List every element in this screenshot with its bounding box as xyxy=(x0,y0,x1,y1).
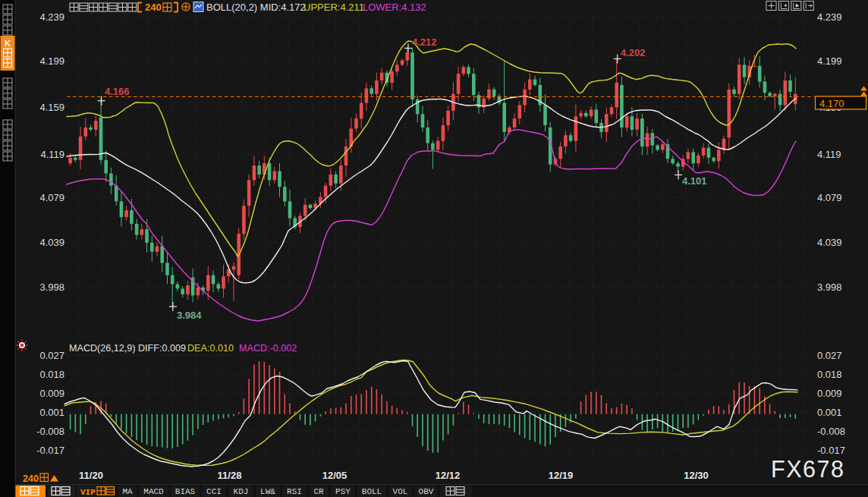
svg-text:12/30: 12/30 xyxy=(684,470,709,481)
svg-text:K: K xyxy=(5,39,11,48)
svg-text:FX678: FX678 xyxy=(771,456,844,482)
svg-text:12/05: 12/05 xyxy=(322,470,348,481)
svg-text:MA: MA xyxy=(122,487,133,496)
svg-text:LOWER:4.132: LOWER:4.132 xyxy=(363,2,426,13)
svg-text:KDJ: KDJ xyxy=(234,487,249,496)
svg-text:3.998: 3.998 xyxy=(817,282,842,293)
svg-text:4.212: 4.212 xyxy=(412,36,437,48)
svg-text:4.039: 4.039 xyxy=(39,237,64,248)
svg-text:240: 240 xyxy=(145,2,162,13)
svg-text:BOLL(20,2) MID:4.172: BOLL(20,2) MID:4.172 xyxy=(206,2,306,13)
svg-text:4.202: 4.202 xyxy=(621,47,646,58)
svg-text:4.079: 4.079 xyxy=(817,192,842,203)
svg-text:240: 240 xyxy=(23,473,39,484)
svg-text:4.239: 4.239 xyxy=(39,11,64,23)
svg-text:-0.017: -0.017 xyxy=(36,445,64,456)
svg-text:4.039: 4.039 xyxy=(817,237,842,248)
svg-text:4.199: 4.199 xyxy=(817,55,842,67)
svg-text:RSI: RSI xyxy=(287,487,302,496)
svg-text:3.984: 3.984 xyxy=(177,310,202,321)
svg-text:0.001: 0.001 xyxy=(817,407,842,418)
svg-text:UPPER:4.211: UPPER:4.211 xyxy=(303,2,364,13)
svg-text:4.079: 4.079 xyxy=(39,192,64,203)
svg-text:MACD: MACD xyxy=(143,487,164,496)
svg-text:CCI: CCI xyxy=(206,487,222,496)
svg-text:-0.008: -0.008 xyxy=(817,426,845,437)
svg-text:4.166: 4.166 xyxy=(105,86,130,97)
svg-text:MACD(26,12,9) DIFF:0.009: MACD(26,12,9) DIFF:0.009 xyxy=(69,343,186,354)
svg-text:0.018: 0.018 xyxy=(39,369,64,380)
svg-text:4.170: 4.170 xyxy=(819,98,844,109)
svg-text:4.159: 4.159 xyxy=(39,102,64,113)
svg-text:MACD:-0.002: MACD:-0.002 xyxy=(239,343,297,354)
svg-text:11/20: 11/20 xyxy=(79,470,103,481)
svg-text:VOL: VOL xyxy=(393,487,408,496)
svg-text:11/28: 11/28 xyxy=(218,470,242,481)
svg-text:0.018: 0.018 xyxy=(817,369,842,380)
svg-text:0.009: 0.009 xyxy=(817,388,842,399)
svg-text:12/12: 12/12 xyxy=(436,470,461,481)
svg-text:3.998: 3.998 xyxy=(39,282,64,293)
svg-text:BIAS: BIAS xyxy=(175,487,196,496)
svg-text:0.027: 0.027 xyxy=(39,350,64,361)
svg-text:4.101: 4.101 xyxy=(682,175,707,187)
svg-text:BOLL: BOLL xyxy=(362,487,382,496)
svg-text:PSY: PSY xyxy=(335,487,351,496)
svg-text:OBV: OBV xyxy=(419,487,434,496)
svg-text:0.001: 0.001 xyxy=(39,407,64,418)
svg-text:4.199: 4.199 xyxy=(39,55,64,67)
svg-text:12/19: 12/19 xyxy=(549,470,574,481)
svg-text:-0.008: -0.008 xyxy=(36,426,64,437)
svg-text:4.119: 4.119 xyxy=(817,149,841,160)
svg-text:-0.017: -0.017 xyxy=(817,445,845,456)
svg-text:4.119: 4.119 xyxy=(40,149,64,160)
svg-text:4.239: 4.239 xyxy=(817,11,842,23)
svg-text:VIP: VIP xyxy=(80,488,96,497)
svg-text:0.009: 0.009 xyxy=(39,388,64,399)
svg-text:LW&: LW& xyxy=(260,487,275,496)
svg-text:0.027: 0.027 xyxy=(817,350,842,361)
svg-text:DEA:0.010: DEA:0.010 xyxy=(187,343,234,354)
svg-text:CR: CR xyxy=(313,487,324,496)
